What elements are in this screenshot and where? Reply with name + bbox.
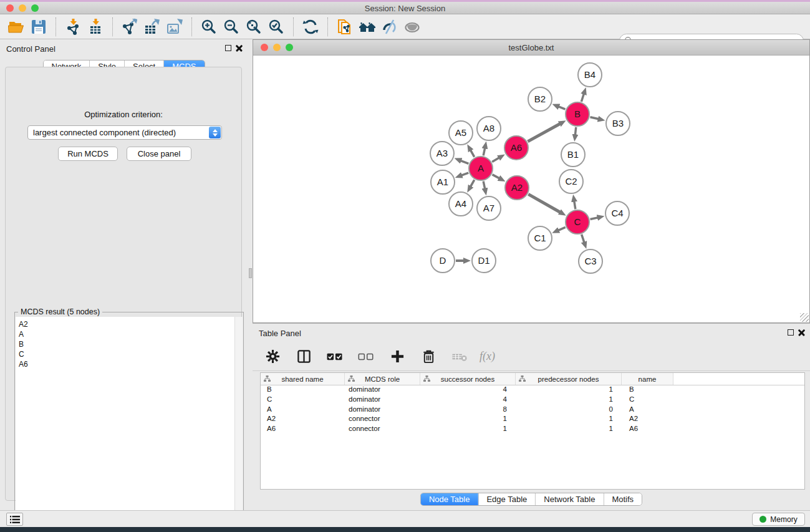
- network-canvas[interactable]: AA1A3A4A5A7A8A6A2BB1B2B3B4CC1C2C3C4DD1: [253, 56, 809, 322]
- export-image-icon[interactable]: [165, 17, 185, 37]
- delete-icon[interactable]: [418, 347, 438, 367]
- graph-node-B4[interactable]: B4: [578, 63, 602, 87]
- graph-node-D[interactable]: D: [431, 249, 455, 273]
- graph-edge-B-B4[interactable]: [581, 94, 584, 101]
- tab-network-table[interactable]: Network Table: [535, 493, 603, 505]
- graph-node-A7[interactable]: A7: [477, 196, 501, 220]
- result-item[interactable]: A: [19, 329, 234, 339]
- refresh-icon[interactable]: [301, 17, 321, 37]
- split-column-icon[interactable]: [294, 347, 314, 367]
- graph-node-C1[interactable]: C1: [528, 226, 552, 250]
- graph-node-D1[interactable]: D1: [472, 249, 496, 273]
- graph-edge-C-C2[interactable]: [574, 201, 576, 210]
- export-network-icon[interactable]: [120, 17, 140, 37]
- graph-edge-A-A8[interactable]: [483, 148, 485, 155]
- graph-node-B2[interactable]: B2: [528, 87, 552, 111]
- graph-edge-A2-C[interactable]: [528, 194, 560, 212]
- task-history-button[interactable]: [6, 513, 23, 526]
- export-table-icon[interactable]: [142, 17, 162, 37]
- split-divider-handle[interactable]: [249, 268, 252, 278]
- graph-edge-A-A4[interactable]: [471, 180, 475, 186]
- import-table-icon[interactable]: [85, 17, 105, 37]
- unchecked-boxes-icon[interactable]: [356, 347, 376, 367]
- run-mcds-button[interactable]: Run MCDS: [58, 147, 118, 161]
- table-row[interactable]: Adominator80A: [261, 405, 804, 415]
- graph-node-A6[interactable]: A6: [504, 136, 528, 160]
- close-panel-button[interactable]: Close panel: [127, 147, 191, 161]
- graph-edge-A-A2[interactable]: [493, 175, 499, 178]
- criterion-select[interactable]: largest connected component (directed): [27, 125, 222, 140]
- memory-button[interactable]: Memory: [752, 513, 805, 526]
- graph-edge-A-A7[interactable]: [483, 181, 485, 189]
- graph-edge-C-C3[interactable]: [582, 235, 584, 243]
- function-builder-icon[interactable]: f(x): [480, 350, 495, 363]
- graph-edge-A6-B[interactable]: [528, 123, 560, 141]
- graph-edge-B-B1[interactable]: [575, 127, 576, 135]
- graph-node-A4[interactable]: A4: [449, 192, 473, 216]
- graph-node-A5[interactable]: A5: [449, 121, 473, 145]
- graph-edge-C-C1[interactable]: [558, 227, 565, 230]
- graph-edge-A-A3[interactable]: [461, 161, 469, 164]
- float-table-panel-icon[interactable]: [788, 329, 794, 336]
- zoom-in-icon[interactable]: [199, 17, 219, 37]
- save-session-icon[interactable]: [29, 17, 49, 37]
- result-item[interactable]: A2: [19, 319, 234, 329]
- graph-node-A1[interactable]: A1: [431, 170, 455, 194]
- table-row[interactable]: Cdominator41C: [261, 395, 804, 405]
- graph-node-C4[interactable]: C4: [605, 201, 629, 225]
- graph-node-C2[interactable]: C2: [559, 170, 583, 193]
- graph-node-C[interactable]: C: [566, 210, 589, 234]
- zoom-out-icon[interactable]: [221, 17, 241, 37]
- network-window-titlebar[interactable]: testGlobe.txt: [253, 40, 809, 56]
- import-network-icon[interactable]: [63, 17, 83, 37]
- checked-boxes-icon[interactable]: [325, 347, 345, 367]
- open-session-icon[interactable]: [6, 17, 26, 37]
- result-item[interactable]: A6: [19, 359, 234, 369]
- graph-edge-A-A6[interactable]: [492, 158, 499, 162]
- first-neighbors-icon[interactable]: [357, 17, 377, 37]
- mcds-result-list[interactable]: A2ABCA6: [16, 317, 235, 526]
- tab-edge-table[interactable]: Edge Table: [478, 493, 535, 505]
- graph-edge-B-B2[interactable]: [559, 107, 566, 109]
- graph-node-A[interactable]: A: [469, 157, 493, 180]
- result-item[interactable]: C: [19, 349, 234, 359]
- gear-icon[interactable]: [263, 347, 282, 367]
- add-column-icon[interactable]: [387, 347, 407, 367]
- graph-node-B[interactable]: B: [566, 102, 589, 126]
- column-header-successor-nodes[interactable]: successor nodes: [420, 373, 516, 385]
- graph-edge-C-C4[interactable]: [591, 218, 598, 220]
- close-table-panel-icon[interactable]: [798, 329, 805, 336]
- hide-selected-icon[interactable]: [380, 17, 400, 37]
- tab-node-table[interactable]: Node Table: [421, 493, 478, 505]
- zoom-selected-icon[interactable]: [266, 17, 286, 37]
- float-panel-icon[interactable]: [225, 45, 231, 51]
- table-row[interactable]: Bdominator41B: [261, 385, 804, 395]
- graph-edge-A-A1[interactable]: [461, 173, 468, 175]
- network-from-file-icon[interactable]: [335, 17, 355, 37]
- graph-node-A3[interactable]: A3: [430, 142, 454, 165]
- graph-node-A8[interactable]: A8: [477, 117, 501, 140]
- column-header-predecessor-nodes[interactable]: predecessor nodes: [516, 373, 622, 385]
- zoom-fit-icon[interactable]: [244, 17, 264, 37]
- graph-edge-B-B3[interactable]: [590, 117, 598, 119]
- delete-table-icon[interactable]: [450, 347, 470, 367]
- show-graphics-details-icon[interactable]: [402, 17, 422, 37]
- column-header-MCDS-role[interactable]: MCDS role: [345, 373, 420, 385]
- column-header-name[interactable]: name: [622, 373, 673, 385]
- graph-node-B3[interactable]: B3: [606, 112, 630, 135]
- graph-node-B1[interactable]: B1: [561, 143, 585, 167]
- graph-node-A2[interactable]: A2: [505, 176, 529, 200]
- result-scrollbar[interactable]: [235, 317, 243, 526]
- graph-edge-A-A5[interactable]: [471, 150, 475, 157]
- table-panel-tabs: Node TableEdge TableNetwork TableMotifs: [420, 493, 642, 506]
- table-cell: 4: [420, 385, 516, 395]
- node-table[interactable]: shared nameMCDS rolesuccessor nodesprede…: [260, 372, 805, 490]
- table-row[interactable]: A6connector11A6: [261, 425, 804, 435]
- table-row[interactable]: A2connector11A2: [261, 415, 804, 425]
- result-item[interactable]: B: [19, 339, 234, 349]
- column-header-shared-name[interactable]: shared name: [261, 373, 345, 385]
- tab-motifs[interactable]: Motifs: [603, 493, 642, 505]
- graph-node-C3[interactable]: C3: [579, 249, 602, 273]
- resize-grip-icon[interactable]: [800, 313, 809, 322]
- close-panel-icon[interactable]: [236, 45, 243, 52]
